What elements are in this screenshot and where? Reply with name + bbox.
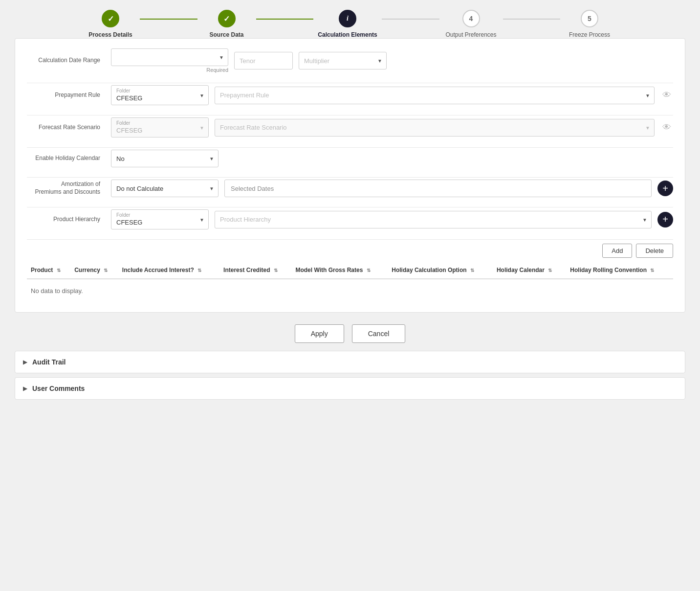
col-model-with-gross-rates: Model With Gross Rates ⇅ — [291, 262, 388, 279]
step-output-preferences[interactable]: 4 Output Preferences — [439, 10, 503, 38]
holiday-calendar-arrow: ▼ — [209, 156, 214, 161]
forecast-rate-controls: Folder CFESEG ▼ Forecast Rate Scenario ▼… — [111, 117, 673, 137]
forecast-scenario-arrow: ▼ — [645, 125, 650, 130]
col-holiday-calendar: Holiday Calendar ⇅ — [493, 262, 566, 279]
table-section: Add Delete Product ⇅ Currency ⇅ — [27, 244, 673, 302]
table-actions: Add Delete — [27, 244, 673, 258]
col-interest-credited: Interest Credited ⇅ — [219, 262, 291, 279]
product-hierarchy-add-button[interactable]: + — [657, 212, 673, 227]
sort-icon-holiday-rolling[interactable]: ⇅ — [650, 268, 654, 273]
product-hierarchy-select[interactable]: Product Hierarchy ▼ — [215, 211, 652, 228]
no-data-cell: No data to display. — [27, 279, 673, 302]
holiday-calendar-select[interactable]: No ▼ — [111, 150, 219, 167]
sort-icon-include-accrued-interest[interactable]: ⇅ — [197, 268, 201, 273]
step-label-source-data: Source Data — [209, 31, 243, 38]
tenor-input[interactable]: Tenor — [234, 52, 293, 69]
audit-trail-title: Audit Trail — [32, 358, 66, 366]
product-hierarchy-arrow: ▼ — [642, 217, 647, 222]
audit-trail-arrow: ▶ — [23, 359, 27, 365]
sort-icon-interest-credited[interactable]: ⇅ — [274, 268, 278, 273]
step-line-3 — [382, 19, 439, 20]
step-source-data[interactable]: ✓ Source Data — [197, 10, 256, 38]
col-currency: Currency ⇅ — [70, 262, 118, 279]
step-circle-calculation-elements: i — [339, 10, 356, 27]
page-wrapper: ✓ Process Details ✓ Source Data i Calcul… — [0, 0, 700, 591]
amortization-select[interactable]: Do not Calculate ▼ — [111, 180, 219, 197]
holiday-calendar-row: Enable Holiday Calendar No ▼ — [27, 150, 673, 167]
table-header-row: Product ⇅ Currency ⇅ Include Accrued Int… — [27, 262, 673, 279]
sort-icon-currency[interactable]: ⇅ — [104, 268, 108, 273]
prepayment-folder-select[interactable]: Folder CFESEG ▼ — [111, 85, 209, 105]
product-hierarchy-folder-select[interactable]: Folder CFESEG ▼ — [111, 209, 209, 229]
product-hierarchy-value: Product Hierarchy — [220, 216, 636, 223]
calculation-date-range-controls: ▼ Required Tenor Multiplier ▼ — [111, 48, 673, 73]
calculation-date-range-select[interactable]: ▼ — [111, 48, 228, 66]
step-label-calculation-elements: Calculation Elements — [318, 31, 377, 38]
amortization-label: Amortization of Premiums and Discounts — [27, 181, 105, 196]
calculation-date-range-label: Calculation Date Range — [27, 57, 105, 65]
user-comments-title: User Comments — [32, 385, 85, 392]
amortization-controls: Do not Calculate ▼ Selected Dates + — [111, 180, 673, 197]
sort-icon-product[interactable]: ⇅ — [57, 268, 61, 273]
forecast-folder-value: CFESEG — [116, 127, 194, 134]
prepayment-rule-row: Prepayment Rule Folder CFESEG ▼ Prepayme… — [27, 85, 673, 105]
main-card: Calculation Date Range ▼ Required Tenor … — [15, 38, 685, 313]
step-process-details[interactable]: ✓ Process Details — [81, 10, 140, 38]
product-hierarchy-folder-arrow: ▼ — [199, 217, 204, 222]
step-label-process-details: Process Details — [88, 31, 132, 38]
forecast-rate-row: Forecast Rate Scenario Folder CFESEG ▼ F… — [27, 117, 673, 137]
col-holiday-rolling-convention: Holiday Rolling Convention ⇅ — [566, 262, 673, 279]
audit-trail-header[interactable]: ▶ Audit Trail — [15, 351, 685, 373]
step-freeze-process[interactable]: 5 Freeze Process — [560, 10, 619, 38]
prepayment-eye-icon[interactable]: 👁 — [660, 88, 673, 102]
product-hierarchy-label: Product Hierarchy — [27, 216, 105, 224]
forecast-scenario-value: Forecast Rate Scenario — [220, 124, 639, 131]
amortization-arrow: ▼ — [209, 186, 214, 191]
step-circle-source-data: ✓ — [218, 10, 236, 27]
forecast-eye-icon[interactable]: 👁 — [660, 120, 673, 135]
multiplier-arrow: ▼ — [377, 58, 382, 64]
step-line-4 — [503, 19, 561, 20]
holiday-calendar-label: Enable Holiday Calendar — [27, 155, 105, 162]
cancel-button[interactable]: Cancel — [352, 324, 406, 343]
step-circle-freeze-process: 5 — [581, 10, 598, 27]
user-comments-arrow: ▶ — [23, 385, 27, 392]
prepayment-folder-value: CFESEG — [116, 94, 194, 102]
step-line-1 — [140, 19, 197, 20]
product-hierarchy-row: Product Hierarchy Folder CFESEG ▼ Produc… — [27, 209, 673, 229]
step-label-output-preferences: Output Preferences — [445, 31, 496, 38]
user-comments-header[interactable]: ▶ User Comments — [15, 378, 685, 399]
holiday-calendar-controls: No ▼ — [111, 150, 673, 167]
forecast-folder-arrow: ▼ — [199, 125, 204, 130]
required-label: Required — [111, 67, 228, 73]
step-calculation-elements[interactable]: i Calculation Elements — [313, 10, 382, 38]
selected-dates-text: Selected Dates — [231, 185, 274, 192]
calculation-date-range-row: Calculation Date Range ▼ Required Tenor … — [27, 48, 673, 73]
calculation-date-range-arrow: ▼ — [219, 55, 224, 60]
no-data-row: No data to display. — [27, 279, 673, 302]
prepayment-folder-float-label: Folder — [116, 89, 194, 93]
audit-trail-accordion: ▶ Audit Trail — [15, 351, 685, 373]
prepayment-rule-arrow: ▼ — [645, 92, 650, 98]
bottom-actions: Apply Cancel — [15, 324, 685, 343]
delete-button[interactable]: Delete — [636, 244, 673, 258]
product-hierarchy-folder-value: CFESEG — [116, 219, 194, 226]
forecast-scenario-select[interactable]: Forecast Rate Scenario ▼ — [215, 119, 655, 136]
step-circle-output-preferences: 4 — [462, 10, 480, 27]
forecast-folder-select[interactable]: Folder CFESEG ▼ — [111, 117, 209, 137]
add-button[interactable]: Add — [602, 244, 632, 258]
sort-icon-model-gross-rates[interactable]: ⇅ — [367, 268, 371, 273]
amortization-value: Do not Calculate — [116, 185, 203, 192]
prepayment-folder-arrow: ▼ — [199, 92, 204, 98]
prepayment-rule-select[interactable]: Prepayment Rule ▼ — [215, 87, 655, 104]
sort-icon-holiday-calendar[interactable]: ⇅ — [548, 268, 552, 273]
apply-button[interactable]: Apply — [295, 324, 344, 343]
forecast-rate-label: Forecast Rate Scenario — [27, 124, 105, 132]
selected-dates-field: Selected Dates — [224, 180, 652, 197]
selected-dates-add-button[interactable]: + — [657, 181, 673, 196]
multiplier-select[interactable]: Multiplier ▼ — [299, 52, 387, 69]
forecast-folder-float-label: Folder — [116, 121, 194, 126]
step-label-freeze-process: Freeze Process — [569, 31, 610, 38]
amortization-row: Amortization of Premiums and Discounts D… — [27, 180, 673, 197]
sort-icon-holiday-calc-option[interactable]: ⇅ — [470, 268, 474, 273]
